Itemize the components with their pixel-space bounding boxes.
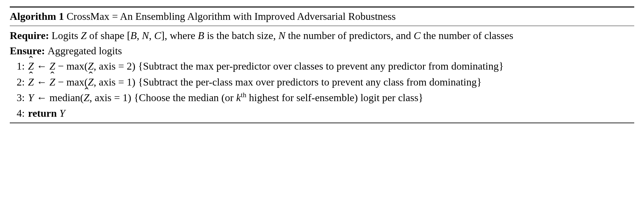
- algorithm-label: Algorithm 1: [10, 10, 64, 22]
- var-B: B: [198, 30, 204, 41]
- require-text: ,: [149, 30, 154, 41]
- step-number: 1:: [10, 59, 28, 73]
- var-Y: Y: [28, 92, 34, 103]
- require-text: Logits: [51, 30, 81, 41]
- var-Zhat: Z: [50, 74, 55, 89]
- op-minus-max: − max(: [55, 76, 88, 88]
- var-Zhat: Z: [88, 74, 94, 89]
- step-content: Z ← Z − max(Z, axis = 1) {Subtract the p…: [28, 74, 634, 89]
- algorithm-title: CrossMax = An Ensembling Algorithm with …: [64, 10, 396, 22]
- var-Zhat: Z: [28, 74, 34, 89]
- axis-arg: , axis = 2): [94, 60, 135, 72]
- require-text: is the batch size,: [204, 30, 278, 41]
- require-line: Require: Logits Z of shape [B, N, C], wh…: [10, 28, 634, 43]
- algo-step: 4: return Y: [10, 105, 634, 121]
- algo-step: 1: Z ← Z − max(Z, axis = 2) {Subtract th…: [10, 58, 634, 74]
- require-text: ,: [137, 30, 142, 41]
- return-keyword: return: [28, 107, 59, 119]
- step-comment: {Choose the median (or: [131, 92, 236, 103]
- step-number: 3:: [10, 90, 28, 105]
- arrow: ←: [34, 76, 50, 88]
- ensure-content: Aggregated logits: [48, 43, 634, 58]
- step-content: Y ← median(Z, axis = 1) {Choose the medi…: [28, 90, 634, 105]
- require-text: the number of predictors, and: [285, 30, 414, 41]
- algo-step: 2: Z ← Z − max(Z, axis = 1) {Subtract th…: [10, 74, 634, 90]
- var-N: N: [142, 30, 149, 41]
- var-Y: Y: [59, 107, 65, 119]
- axis-arg: , axis = 1): [89, 92, 131, 103]
- arrow: ←: [34, 60, 50, 72]
- var-N: N: [278, 30, 285, 41]
- var-k: k: [236, 92, 241, 103]
- require-text: of shape [: [87, 30, 130, 41]
- step-number: 4:: [10, 106, 28, 121]
- step-number: 2:: [10, 74, 28, 89]
- var-Zhat: Z: [84, 90, 90, 105]
- algorithm-block: Algorithm 1 CrossMax = An Ensembling Alg…: [10, 7, 634, 123]
- var-C: C: [154, 30, 161, 41]
- step-comment: {Subtract the max per-predictor over cla…: [135, 60, 504, 72]
- step-content: return Y: [28, 106, 634, 121]
- require-content: Logits Z of shape [B, N, C], where B is …: [51, 28, 634, 43]
- var-Z: Z: [81, 30, 87, 41]
- step-comment: highest for self-ensemble) logit per cla…: [246, 92, 423, 103]
- superscript-th: th: [241, 91, 246, 99]
- op-minus-max: − max(: [55, 60, 88, 72]
- algorithm-title-row: Algorithm 1 CrossMax = An Ensembling Alg…: [10, 7, 634, 26]
- algo-step: 3: Y ← median(Z, axis = 1) {Choose the m…: [10, 90, 634, 105]
- require-text: the number of classes: [420, 30, 513, 41]
- var-B: B: [130, 30, 137, 41]
- require-text: ], where: [161, 30, 198, 41]
- step-comment: {Subtract the per-class max over predict…: [135, 76, 482, 88]
- algorithm-body: Require: Logits Z of shape [B, N, C], wh…: [10, 26, 634, 122]
- ensure-line: Ensure: Aggregated logits: [10, 43, 634, 58]
- axis-arg: , axis = 1): [94, 76, 135, 88]
- step-content: Z ← Z − max(Z, axis = 2) {Subtract the m…: [28, 59, 634, 73]
- arrow: ←: [34, 92, 50, 103]
- var-C: C: [414, 30, 420, 41]
- require-keyword: Require:: [10, 28, 51, 43]
- op-median: median(: [50, 92, 84, 103]
